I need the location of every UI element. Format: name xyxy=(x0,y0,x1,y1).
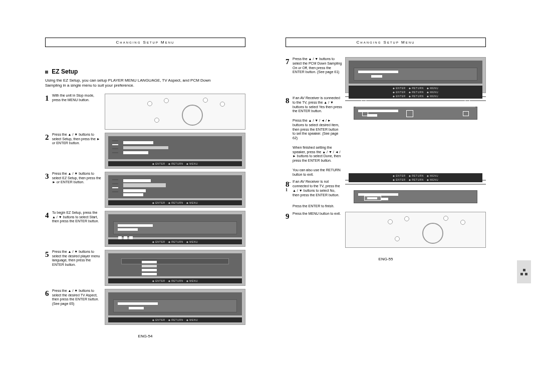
tab-square-icon xyxy=(520,273,523,275)
tab-square-icon xyxy=(523,269,525,271)
screen-illustration: ◆ ENTER ◆ RETURN ◆ MENU xyxy=(105,289,245,325)
page-left: Changing Setup Menu EZ Setup Using the E… xyxy=(45,38,245,338)
square-bullet-icon xyxy=(45,71,48,74)
screen-illustration: ◆ ENTER◆ RETURN◆ MENU xyxy=(345,184,486,185)
osd-footer: ◆ ENTER ◆ RETURN ◆ MENU xyxy=(108,317,242,322)
step-5: 5 Press the ▲ / ▼ buttons to select the … xyxy=(45,250,245,286)
remote-illustration xyxy=(345,212,486,248)
step-8-1: 8-1 If an AV Receiver is not connected t… xyxy=(286,180,486,209)
screen-illustration: ◆ ENTER ◆ RETURN ◆ MENU xyxy=(345,57,486,93)
section-title: EZ Setup xyxy=(45,68,245,75)
step-1: 1 With the unit in Stop mode, press the … xyxy=(45,94,245,130)
tab-square-icon xyxy=(525,273,527,275)
page-number-left: ENG-54 xyxy=(45,334,245,338)
intro-text: Using the EZ Setup, you can setup PLAYER… xyxy=(45,78,245,89)
page-number-right: ENG-55 xyxy=(286,257,486,261)
screen-illustration: ◆ ENTER ◆ RETURN ◆ MENU xyxy=(105,172,245,208)
step-9: 9 Press the MENU button to exit. xyxy=(286,212,486,248)
step-3: 3 Press the ▲ / ▼ buttons to select EZ S… xyxy=(45,172,245,208)
osd-footer: ◆ ENTER ◆ RETURN ◆ MENU xyxy=(108,161,242,166)
header-title-right: Changing Setup Menu xyxy=(286,38,486,47)
step-2: 2 Press the ▲ / ▼ buttons to select Setu… xyxy=(45,133,245,169)
remote-illustration xyxy=(105,94,245,130)
osd-footer: ◆ ENTER ◆ RETURN ◆ MENU xyxy=(108,239,242,244)
page-right: Changing Setup Menu 7 Press the ▲ / ▼ bu… xyxy=(286,38,486,261)
osd-footer: ◆ ENTER ◆ RETURN ◆ MENU xyxy=(108,278,242,283)
speaker-setup-illustration: ◆ ENTER◆ RETURN◆ MENU xyxy=(345,100,486,101)
section-tab xyxy=(517,260,531,283)
step-8: 8 If an AV Receiver is connected to the … xyxy=(286,96,486,177)
step-4: 4 To begin EZ Setup, press the ▲ / ▼ but… xyxy=(45,211,245,247)
screen-illustration: ◆ ENTER ◆ RETURN ◆ MENU xyxy=(105,211,245,247)
header-title-left: Changing Setup Menu xyxy=(45,38,245,47)
osd-footer: ◆ ENTER ◆ RETURN ◆ MENU xyxy=(108,200,242,205)
step-6: 6 Press the ▲ / ▼ buttons to select the … xyxy=(45,289,245,325)
step-7: 7 Press the ▲ / ▼ buttons to select the … xyxy=(286,57,486,93)
screen-illustration: ◆ ENTER ◆ RETURN ◆ MENU xyxy=(105,250,245,286)
screen-illustration: ◆ ENTER ◆ RETURN ◆ MENU xyxy=(105,133,245,169)
